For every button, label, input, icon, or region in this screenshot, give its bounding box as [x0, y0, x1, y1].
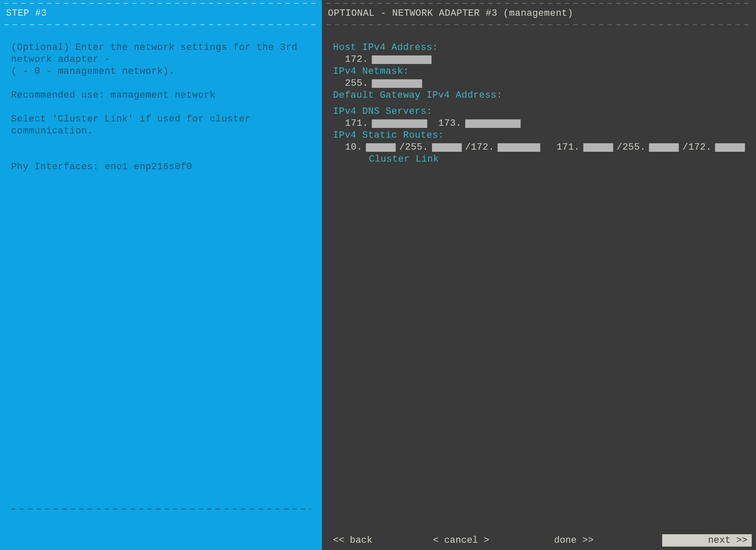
redacted-value: [498, 143, 540, 152]
left-pane: STEP #3 (Optional) Enter the network set…: [0, 0, 322, 550]
panel-title: OPTIONAL - NETWORK ADAPTER #3 (managemen…: [326, 6, 752, 21]
instruction-text: ( - 0 - management network).: [11, 66, 314, 78]
cluster-link-option[interactable]: Cluster Link: [333, 153, 748, 165]
divider: [4, 21, 318, 27]
divider: [326, 21, 752, 27]
route-seg: /172.: [682, 142, 712, 153]
route-seg: /255.: [617, 142, 646, 153]
divider: [11, 506, 311, 512]
redacted-value: [465, 119, 521, 128]
recommendation-text: Recommended use: management network: [11, 90, 314, 101]
cancel-button[interactable]: < cancel >: [430, 534, 492, 547]
redacted-value: [372, 55, 432, 64]
netmask-label: IPv4 Netmask:: [333, 66, 748, 78]
done-button[interactable]: done >>: [551, 534, 596, 547]
dns-field[interactable]: 171. 173.: [333, 118, 748, 130]
left-body: (Optional) Enter the network settings fo…: [0, 27, 322, 550]
netmask-field[interactable]: 255.: [333, 78, 748, 90]
redacted-value: [583, 143, 613, 152]
redacted-value: [432, 143, 462, 152]
route-seg: /255.: [399, 142, 429, 153]
redacted-value: [649, 143, 679, 152]
right-header: OPTIONAL - NETWORK ADAPTER #3 (managemen…: [322, 0, 756, 27]
dns2-prefix: 173.: [438, 118, 462, 130]
phy-interfaces-text: Phy Interfaces: eno1 enp216s0f0: [11, 161, 314, 173]
dns1-prefix: 171.: [345, 118, 368, 130]
redacted-value: [715, 143, 745, 152]
divider: [326, 0, 752, 6]
redacted-value: [366, 143, 396, 152]
route-seg: 10.: [345, 142, 362, 153]
host-ipv4-field[interactable]: 172.: [333, 54, 748, 66]
next-button[interactable]: next >>: [662, 534, 752, 547]
instruction-text: communication.: [11, 125, 314, 137]
host-ipv4-value-prefix: 172.: [345, 54, 368, 66]
instruction-text: Select 'Cluster Link' if used for cluste…: [11, 113, 314, 125]
gateway-label: Default Gateway IPv4 Address:: [333, 90, 748, 101]
divider: [4, 0, 318, 6]
back-button[interactable]: << back: [330, 534, 375, 547]
left-header: STEP #3: [0, 0, 322, 27]
instruction-text: (Optional) Enter the network settings fo…: [11, 42, 314, 54]
static-routes-field[interactable]: 10. /255. /172. 171. /255. /172.: [333, 142, 748, 153]
right-pane: OPTIONAL - NETWORK ADAPTER #3 (managemen…: [322, 0, 756, 550]
dns-label: IPv4 DNS Servers:: [333, 106, 748, 118]
wizard-nav: << back < cancel > done >> next >>: [322, 532, 756, 549]
right-body: Host IPv4 Address: 172. IPv4 Netmask: 25…: [322, 27, 756, 550]
redacted-value: [372, 119, 427, 128]
instruction-text: network adapter -: [11, 54, 314, 66]
static-routes-label: IPv4 Static Routes:: [333, 130, 748, 142]
host-ipv4-label: Host IPv4 Address:: [333, 42, 748, 54]
route-seg: 171.: [556, 142, 580, 153]
netmask-value-prefix: 255.: [345, 78, 368, 90]
setup-wizard: STEP #3 (Optional) Enter the network set…: [0, 0, 756, 550]
redacted-value: [372, 79, 422, 88]
route-seg: /172.: [465, 142, 495, 153]
step-title: STEP #3: [4, 6, 318, 21]
